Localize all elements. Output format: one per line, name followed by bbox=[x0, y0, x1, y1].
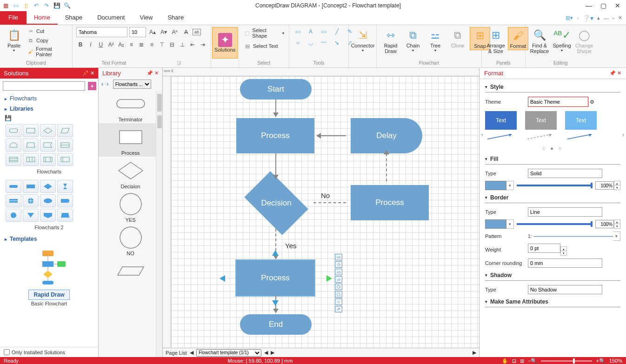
font-size-combo[interactable] bbox=[129, 27, 146, 37]
border-section-title[interactable]: Border bbox=[485, 192, 620, 202]
spelling-button[interactable]: ᴬᴮ✓Spelling▾ bbox=[552, 27, 572, 53]
solutions-search-input[interactable] bbox=[3, 81, 85, 91]
minimize-icon[interactable]: — bbox=[586, 2, 592, 9]
align-center-button[interactable]: ≣ bbox=[138, 40, 146, 49]
subscript-button[interactable]: A₂ bbox=[117, 40, 126, 49]
make-same-section-title[interactable]: Make Same Attributes bbox=[485, 296, 620, 306]
flowcharts2-caption[interactable]: Flowcharts 2 bbox=[0, 224, 98, 234]
bold-button[interactable]: B bbox=[76, 40, 85, 49]
find-replace-button[interactable]: 🔍Find & Replace bbox=[529, 27, 550, 55]
border-opacity-input[interactable] bbox=[595, 220, 614, 228]
align-bottom-button[interactable]: ⊥ bbox=[178, 40, 186, 49]
lib-item-terminator[interactable]: Terminator bbox=[99, 90, 162, 123]
rapid-draw-button[interactable]: ⇿Rapid Draw bbox=[380, 27, 401, 55]
zoom-in-icon[interactable]: +🔍 bbox=[596, 358, 605, 364]
side-shape-offpage[interactable]: ⬡ bbox=[335, 291, 342, 298]
maximize-icon[interactable]: ▢ bbox=[600, 2, 606, 9]
flowcharts-caption[interactable]: Flowcharts bbox=[0, 168, 98, 178]
shape-thumb[interactable] bbox=[40, 153, 56, 166]
rapid-draw-template-button[interactable]: Rapid Draw bbox=[28, 290, 69, 300]
textformat-launcher-icon[interactable]: ◲ bbox=[177, 60, 181, 66]
undo-icon[interactable]: ↶ bbox=[33, 2, 40, 9]
mdi-min-icon[interactable]: — bbox=[604, 15, 609, 21]
shape-thumb[interactable] bbox=[57, 139, 73, 152]
document-tab[interactable]: Document bbox=[90, 11, 132, 25]
arc-tool-icon[interactable]: ◡ bbox=[306, 38, 315, 47]
shape-tab[interactable]: Shape bbox=[58, 11, 90, 25]
help-icon[interactable]: ❔▾ bbox=[582, 14, 593, 22]
page-nav-prev-icon[interactable]: ◀ bbox=[264, 350, 268, 356]
style-section-title[interactable]: Style bbox=[485, 81, 620, 91]
style-tile-3[interactable]: Text bbox=[565, 111, 597, 141]
pattern-caret[interactable]: ▾ bbox=[613, 232, 620, 241]
library-selector[interactable]: Flowcharts ... bbox=[113, 79, 151, 89]
status-select-icon[interactable]: ⊡ bbox=[512, 358, 516, 364]
open-icon[interactable]: ▯ bbox=[22, 2, 30, 9]
border-color-swatch[interactable] bbox=[485, 219, 506, 229]
pager-dots[interactable]: ○ ● ○ bbox=[485, 144, 620, 153]
shape-thumb[interactable] bbox=[6, 209, 21, 222]
callout-tool-icon[interactable]: ▭ bbox=[319, 27, 328, 36]
shape-thumb[interactable] bbox=[6, 139, 21, 152]
paste-button[interactable]: 📋 Paste▾ bbox=[4, 27, 24, 53]
new-icon[interactable]: ▭ bbox=[12, 2, 20, 9]
rapid-draw-up-icon[interactable] bbox=[272, 250, 279, 256]
shape-thumb[interactable] bbox=[57, 124, 73, 137]
solutions-filter-icon[interactable]: ✦ bbox=[88, 82, 96, 90]
rapid-draw-left-icon[interactable] bbox=[220, 275, 225, 282]
shape-thumb[interactable] bbox=[23, 139, 39, 152]
tree-libraries[interactable]: Libraries bbox=[0, 104, 98, 114]
preview-icon[interactable]: 🔍 bbox=[63, 2, 71, 9]
fill-section-title[interactable]: Fill bbox=[485, 153, 620, 163]
lib-item-process[interactable]: Process bbox=[99, 123, 162, 157]
superscript-button[interactable]: A² bbox=[107, 40, 115, 49]
style-tile-1[interactable]: Text bbox=[485, 111, 517, 141]
node-delay[interactable]: Delay bbox=[351, 118, 422, 153]
page-prev-icon[interactable]: ◀ bbox=[190, 350, 193, 356]
only-installed-checkbox[interactable]: Only Installed Solutions bbox=[0, 347, 98, 357]
save-library-icon[interactable]: 💾 bbox=[5, 115, 12, 121]
weight-input[interactable] bbox=[528, 244, 560, 253]
shape-thumb[interactable] bbox=[23, 194, 39, 207]
shape-thumb[interactable] bbox=[40, 180, 56, 193]
mdi-up-icon[interactable]: ▴ bbox=[597, 15, 600, 21]
side-shape-terminator[interactable]: ▭ bbox=[335, 269, 342, 275]
shadow-section-title[interactable]: Shadow bbox=[485, 269, 620, 279]
tree-flowcharts[interactable]: Flowcharts bbox=[0, 93, 98, 104]
border-color-caret[interactable]: ▾ bbox=[506, 219, 514, 229]
shape-thumb[interactable] bbox=[40, 124, 56, 137]
pin-icon[interactable]: 📌 ✕ bbox=[147, 70, 159, 76]
library-scrollbar[interactable] bbox=[156, 91, 162, 357]
shape-thumb[interactable] bbox=[23, 209, 39, 222]
format-painter-button[interactable]: 🖌Format Painter bbox=[26, 46, 68, 58]
text-tool-icon[interactable]: A bbox=[306, 27, 315, 36]
border-opacity-spinner[interactable]: ▴▾ bbox=[614, 219, 620, 229]
tree-button[interactable]: ⚍Tree▾ bbox=[425, 27, 446, 53]
font-shrink-icon[interactable]: A▾ bbox=[159, 27, 168, 37]
clone-button[interactable]: ⧉Clone bbox=[447, 27, 468, 49]
shape-thumb[interactable] bbox=[57, 209, 73, 222]
align-left-button[interactable]: ≡ bbox=[127, 40, 136, 49]
change-shape-button[interactable]: ◯Change Shape bbox=[574, 27, 594, 55]
side-shape-process[interactable]: ▭ bbox=[335, 254, 342, 260]
template-thumbnail[interactable] bbox=[26, 246, 73, 288]
solutions-button[interactable]: ✦ Solutions bbox=[212, 27, 238, 59]
select-shape-button[interactable]: ⬚Select Shape▾ bbox=[243, 27, 285, 39]
close-icon[interactable]: ✕ bbox=[615, 2, 620, 9]
node-start[interactable]: Start bbox=[240, 79, 312, 99]
rapid-draw-down-icon[interactable] bbox=[272, 300, 279, 306]
chain-button[interactable]: ⧉Chain▾ bbox=[403, 27, 423, 53]
shape-thumb[interactable] bbox=[57, 180, 73, 193]
connector-button[interactable]: ⇲ Connector▾ bbox=[353, 27, 373, 53]
fill-color-swatch[interactable] bbox=[485, 181, 506, 190]
text-box-icon[interactable]: ab bbox=[193, 29, 201, 35]
node-process-3-selected[interactable]: Process bbox=[236, 260, 314, 296]
fill-opacity-spinner[interactable]: ▴▾ bbox=[614, 181, 620, 190]
redo-icon[interactable]: ↷ bbox=[43, 2, 50, 9]
mdi-close-icon[interactable]: ✕ bbox=[618, 15, 622, 21]
pin-icon[interactable]: 📌 ✕ bbox=[609, 70, 621, 76]
rapid-draw-right-icon[interactable] bbox=[326, 275, 332, 282]
shape-thumb[interactable] bbox=[23, 180, 39, 193]
side-shape-manual[interactable]: ⌂ bbox=[335, 298, 342, 305]
border-opacity-slider[interactable] bbox=[517, 223, 593, 225]
